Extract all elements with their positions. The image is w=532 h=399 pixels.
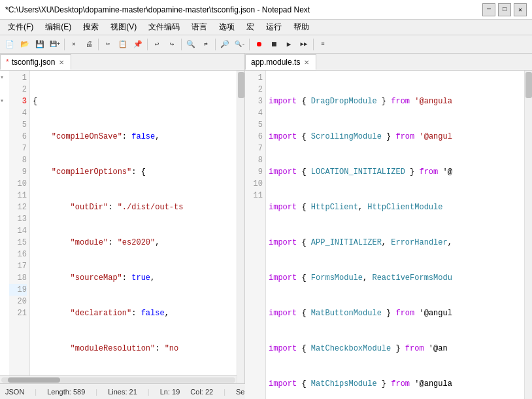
aln-3: 3 [245,95,263,107]
zoom-in-button[interactable]: 🔎 [218,37,232,52]
code-line-2: "compileOnSave": false, [33,131,234,143]
cut-button[interactable]: ✂ [101,37,115,52]
fold-6-empty [0,131,9,143]
fold-15-empty [0,237,9,249]
stop-macro-button[interactable]: ⏹ [267,37,281,52]
right-top-v-scrollbar[interactable] [524,71,532,399]
separator-6 [249,39,250,50]
ln-17: 17 [9,260,27,272]
menu-view[interactable]: 视图(V) [105,20,142,34]
separator-7 [313,39,314,50]
code-line-4: "outDir": "./dist/out-ts [33,201,234,213]
paste-button[interactable]: 📌 [131,37,145,52]
menu-language[interactable]: 语言 [186,20,212,34]
play-macro-button[interactable]: ▶ [282,37,296,52]
left-h-scrollbar[interactable] [0,375,237,383]
status-position: Ln: 19 [160,388,180,396]
status-length: Length: 589 [47,388,85,396]
align-button[interactable]: ≡ [316,37,330,52]
ln-6: 6 [9,131,27,143]
am-line-1: import { DragDropModule } from '@angula [269,95,522,107]
new-button[interactable]: 📄 [3,37,17,52]
ln-20: 20 [9,296,27,307]
tab-tsconfig-label: tsconfig.json [12,58,56,67]
minimize-button[interactable]: ─ [482,3,495,16]
code-line-1: { [33,95,234,107]
fold-1[interactable]: ▾ [0,72,9,84]
separator-2 [98,39,99,50]
ln-21: 21 [9,307,27,319]
tab-app-module-close[interactable]: ✕ [303,58,310,67]
print-button[interactable]: 🖨 [82,37,96,52]
menu-run[interactable]: 运行 [261,20,287,34]
fold-16-empty [0,249,9,260]
fold-9-empty [0,166,9,178]
menu-file[interactable]: 文件(F) [3,20,39,34]
fold-8-empty [0,154,9,166]
aln-1: 1 [245,72,263,84]
ln-12: 12 [9,201,27,213]
menu-macro[interactable]: 宏 [241,20,259,34]
aln-11: 11 [245,190,263,201]
separator-5 [215,39,216,50]
tab-tsconfig-close[interactable]: ✕ [58,58,65,67]
aln-8: 8 [245,154,263,166]
replace-button[interactable]: ⇄ [199,37,213,52]
fold-19-empty [0,284,9,296]
left-h-thumb[interactable] [8,377,60,383]
code-line-3: "compilerOptions": { [33,166,234,178]
record-macro-button[interactable]: ⏺ [252,37,266,52]
menu-search[interactable]: 搜索 [78,20,104,34]
aln-9: 9 [245,166,263,178]
status-type: JSON [5,388,24,396]
window-controls[interactable]: ─ □ ✕ [482,3,527,16]
left-v-scrollbar-thumb[interactable] [238,72,244,98]
ln-2: 2 [9,84,27,95]
menu-encoding[interactable]: 文件编码 [143,20,185,34]
am-line-8: import { MatCheckboxModule } from '@an [269,343,522,355]
ln-15: 15 [9,237,27,249]
ln-14: 14 [9,225,27,237]
separator-3 [147,39,148,50]
ln-10: 10 [9,178,27,190]
find-button[interactable]: 🔍 [184,37,198,52]
tab-app-module[interactable]: app.module.ts ✕ [245,54,316,70]
tsconfig-editor[interactable]: ▾ ▾ [0,71,244,383]
ln-19: 19 [9,284,27,296]
undo-button[interactable]: ↩ [150,37,164,52]
am-line-3: import { LOCATION_INITIALIZED } from '@ [269,166,522,178]
tab-tsconfig[interactable]: * tsconfig.json ✕ [0,54,71,70]
toolbar: 📄 📂 💾 💾+ ✕ 🖨 ✂ 📋 📌 ↩ ↪ 🔍 ⇄ 🔎 🔍- ⏺ ⏹ ▶ ▶▶… [0,35,532,54]
fold-21-empty [0,307,9,319]
save-button[interactable]: 💾 [33,37,47,52]
app-module-editor[interactable]: 1 2 3 4 5 6 7 8 9 10 11 import { DragDro… [245,71,532,399]
app-module-code[interactable]: import { DragDropModule } from '@angula … [266,71,524,399]
fold-4-empty [0,107,9,119]
close-button[interactable]: ✕ [514,3,527,16]
zoom-out-button[interactable]: 🔍- [233,37,247,52]
close-doc-button[interactable]: ✕ [67,37,81,52]
code-content[interactable]: { "compileOnSave": false, "compilerOptio… [30,71,237,383]
code-line-6: "sourceMap": true, [33,272,234,284]
fold-11-empty [0,190,9,201]
ln-18: 18 [9,272,27,284]
am-line-6: import { FormsModule, ReactiveFormsModu [269,272,522,284]
menu-edit[interactable]: 编辑(E) [40,20,76,34]
fold-13-empty [0,213,9,225]
menu-options[interactable]: 选项 [214,20,240,34]
save-all-button[interactable]: 💾+ [48,37,62,52]
copy-button[interactable]: 📋 [116,37,130,52]
open-button[interactable]: 📂 [18,37,32,52]
redo-button[interactable]: ↪ [165,37,179,52]
title-bar: *C:\Users\XU\Desktop\dopamine-master\dop… [0,0,532,20]
editor-inner: ▾ ▾ [0,71,244,383]
menu-help[interactable]: 帮助 [288,20,314,34]
ln-16: 16 [9,249,27,260]
ln-3: 3 [9,95,27,107]
left-v-scrollbar[interactable] [237,71,244,383]
fold-3[interactable]: ▾ [0,95,9,107]
line-numbers: 1 2 3 4 5 6 7 8 9 10 11 12 13 14 15 16 1 [9,71,30,383]
macro-button[interactable]: ▶▶ [297,37,311,52]
right-top-v-thumb[interactable] [525,72,532,98]
maximize-button[interactable]: □ [498,3,511,16]
